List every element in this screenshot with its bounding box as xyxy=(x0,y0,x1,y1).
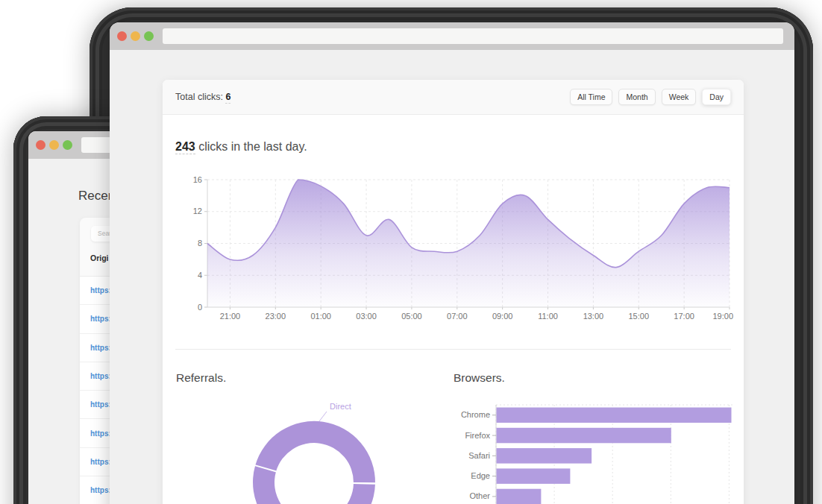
svg-text:05:00: 05:00 xyxy=(401,312,422,321)
svg-text:19:00: 19:00 xyxy=(712,312,733,321)
analytics-card-header: Total clicks: 6 All TimeMonthWeekDay xyxy=(163,80,744,115)
svg-text:09:00: 09:00 xyxy=(492,312,513,321)
svg-text:0: 0 xyxy=(198,303,202,312)
original-url-link[interactable]: https: xyxy=(90,286,111,294)
time-range-filters: All TimeMonthWeekDay xyxy=(570,89,731,105)
clicks-area-chart: 048121621:0023:0001:0003:0005:0007:0009:… xyxy=(175,174,735,323)
analytics-card: Total clicks: 6 All TimeMonthWeekDay 243… xyxy=(163,80,744,504)
page: Recen Sear Origi https:https:https:https… xyxy=(0,0,822,504)
svg-text:8: 8 xyxy=(198,239,202,248)
section-divider xyxy=(175,349,731,350)
clicks-count: 243 xyxy=(175,140,195,154)
maximize-icon[interactable] xyxy=(144,31,154,41)
referrals-section-title: Referrals. xyxy=(176,371,226,385)
filter-button-all-time[interactable]: All Time xyxy=(570,89,612,105)
front-browser-window: Total clicks: 6 All TimeMonthWeekDay 243… xyxy=(110,22,794,504)
area-chart-svg: 048121621:0023:0001:0003:0005:0007:0009:… xyxy=(175,174,735,323)
svg-text:17:00: 17:00 xyxy=(674,312,694,321)
svg-text:21:00: 21:00 xyxy=(220,312,241,321)
close-icon[interactable] xyxy=(36,140,46,150)
total-clicks-text: Total clicks: xyxy=(175,92,223,102)
donut-chart-svg: Direct xyxy=(246,396,395,504)
bar-chart-svg: ChromeFirefoxSafariEdgeOther xyxy=(448,396,746,504)
svg-text:23:00: 23:00 xyxy=(266,312,286,321)
original-url-link[interactable]: https: xyxy=(90,344,111,352)
minimize-icon[interactable] xyxy=(49,140,59,150)
original-url-link[interactable]: https: xyxy=(90,486,111,494)
original-url-link[interactable]: https: xyxy=(90,429,111,438)
svg-text:01:00: 01:00 xyxy=(310,312,331,321)
clicks-headline-text: clicks in the last day. xyxy=(195,140,307,153)
bar-safari[interactable] xyxy=(497,448,592,464)
svg-text:11:00: 11:00 xyxy=(538,312,558,321)
filter-button-week[interactable]: Week xyxy=(662,89,697,105)
close-icon[interactable] xyxy=(117,31,127,41)
front-browser-toolbar xyxy=(110,22,794,50)
original-url-link[interactable]: https: xyxy=(90,400,111,409)
svg-text:Safari: Safari xyxy=(468,451,490,460)
svg-text:4: 4 xyxy=(198,271,202,280)
svg-text:Other: Other xyxy=(469,491,490,500)
browsers-bar-chart: ChromeFirefoxSafariEdgeOther xyxy=(448,396,746,504)
front-address-bar[interactable] xyxy=(163,28,783,44)
svg-text:15:00: 15:00 xyxy=(628,312,649,321)
svg-text:13:00: 13:00 xyxy=(583,312,604,321)
original-url-link[interactable]: https: xyxy=(90,372,111,380)
clicks-headline: 243 clicks in the last day. xyxy=(175,140,307,154)
minimize-icon[interactable] xyxy=(131,31,140,41)
bar-edge[interactable] xyxy=(497,468,571,484)
svg-text:16: 16 xyxy=(193,175,202,184)
svg-text:Chrome: Chrome xyxy=(461,410,490,419)
referrals-donut-chart: Direct xyxy=(246,396,395,504)
total-clicks-label: Total clicks: 6 xyxy=(175,92,230,102)
maximize-icon[interactable] xyxy=(63,140,72,150)
svg-text:03:00: 03:00 xyxy=(356,312,377,321)
filter-button-day[interactable]: Day xyxy=(702,89,731,105)
bar-other[interactable] xyxy=(497,489,542,504)
donut-label-connector xyxy=(319,412,327,421)
svg-text:Edge: Edge xyxy=(471,471,490,480)
window-controls xyxy=(117,31,154,41)
bar-chrome[interactable] xyxy=(497,408,732,423)
filter-button-month[interactable]: Month xyxy=(618,89,655,105)
original-url-link[interactable]: https: xyxy=(90,458,111,466)
total-clicks-value: 6 xyxy=(225,92,230,104)
svg-text:Firefox: Firefox xyxy=(465,431,490,440)
analytics-card-body: 243 clicks in the last day. 048121621:00… xyxy=(163,115,744,504)
window-controls xyxy=(36,140,72,150)
bar-firefox[interactable] xyxy=(497,428,671,444)
donut-direct-label: Direct xyxy=(330,402,351,411)
original-url-column-header: Origi xyxy=(90,253,109,262)
browsers-section-title: Browsers. xyxy=(454,371,505,385)
svg-text:07:00: 07:00 xyxy=(447,312,468,321)
original-url-link[interactable]: https: xyxy=(90,315,111,323)
svg-text:12: 12 xyxy=(193,207,202,215)
